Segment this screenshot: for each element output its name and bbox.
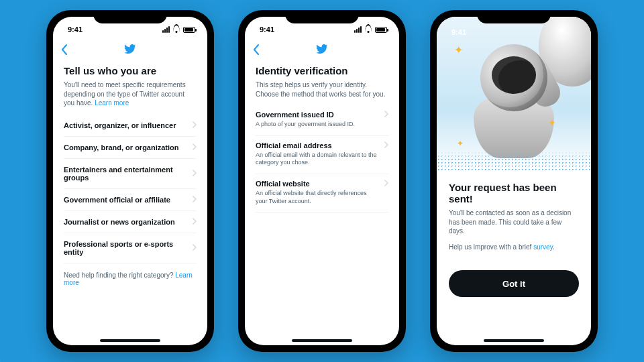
content-area: Identity verification This step helps us… [245,61,399,345]
helper-text: Need help finding the right category? Le… [64,263,197,294]
page-title: Tell us who you are [64,65,197,76]
back-button[interactable] [253,44,260,57]
category-label: Government official or affiliate [64,196,187,204]
notch [477,10,551,23]
category-label: Journalist or news organization [64,218,187,226]
option-label: Official email address [256,141,379,149]
back-button[interactable] [61,44,68,57]
page-title: Identity verification [256,65,388,76]
screen-3: 9:41 ✦ ✦ ✦ Your request has been sent! [437,17,591,345]
chevron-right-icon [193,196,197,204]
battery-icon [183,27,195,33]
chevron-right-icon [193,121,197,129]
status-time: 9:41 [68,25,83,34]
page-title: Your request has been sent! [449,182,579,204]
chevron-right-icon [193,244,197,252]
screen-2: 9:41 Identity verification This step hel… [245,17,399,345]
chevron-right-icon [384,111,388,119]
category-label: Activist, organizer, or influencer [64,121,187,129]
verification-option[interactable]: Government issued ID A photo of your gov… [256,105,388,136]
category-label: Professional sports or e-sports entity [64,240,187,256]
got-it-button[interactable]: Got it [449,270,579,297]
survey-prompt: Help us improve with a brief survey. [449,243,579,252]
page-subtitle: You'll need to meet specific requirement… [64,80,197,108]
chevron-right-icon [384,180,388,188]
status-time: 9:41 [451,28,466,36]
option-description: An official website that directly refere… [256,190,388,205]
content-area: Your request has been sent! You'll be co… [437,172,591,258]
signal-icon [354,26,362,33]
page-subtitle: This step helps us verify your identity.… [256,80,388,99]
twitter-logo-icon [316,43,328,58]
option-description: An official email with a domain relevant… [256,152,388,167]
category-label: Company, brand, or organization [64,143,187,152]
phone-frame-2: 9:41 Identity verification This step hel… [238,10,406,352]
status-time: 9:41 [260,25,274,34]
sparkle-icon: ✦ [454,44,463,56]
chevron-right-icon [384,141,388,149]
astronaut-graphic [464,38,564,158]
chevron-right-icon [193,143,197,152]
home-indicator [292,339,352,342]
wifi-icon [172,27,180,33]
phone-frame-3: 9:41 ✦ ✦ ✦ Your request has been sent! [430,10,598,352]
category-row[interactable]: Activist, organizer, or influencer [64,115,197,137]
option-label: Official website [256,180,379,188]
screen-1: 9:41 Tell us who you are You'll need to … [53,17,207,345]
wifi-icon [364,27,372,33]
survey-link[interactable]: survey [533,243,553,251]
nav-bar [53,40,207,61]
option-label: Government issued ID [256,111,379,119]
category-row[interactable]: Journalist or news organization [64,211,197,233]
phone-frame-1: 9:41 Tell us who you are You'll need to … [46,10,214,352]
twitter-logo-icon [124,43,136,58]
hero-illustration: 9:41 ✦ ✦ ✦ [437,17,591,172]
option-description: A photo of your goverment issued ID. [256,121,388,129]
home-indicator [100,339,160,342]
home-indicator [484,339,544,342]
category-label: Entertainers and entertainment groups [64,166,187,182]
nav-bar [245,40,399,61]
signal-icon [162,26,170,33]
status-icons [162,26,195,33]
battery-icon [375,27,387,33]
verification-option[interactable]: Official email address An official email… [256,136,388,174]
notch [93,10,167,23]
category-row[interactable]: Company, brand, or organization [64,137,197,159]
content-area: Tell us who you are You'll need to meet … [53,61,207,345]
chevron-right-icon [193,170,197,178]
sparkle-icon: ✦ [548,117,556,128]
chevron-right-icon [193,218,197,226]
page-subtitle: You'll be contacted as soon as a decisio… [449,208,579,236]
halftone-strip [437,151,591,172]
notch [285,10,359,23]
verification-option[interactable]: Official website An official website tha… [256,174,388,213]
sparkle-icon: ✦ [457,139,464,148]
learn-more-link[interactable]: Learn more [95,99,129,107]
category-row[interactable]: Professional sports or e-sports entity [64,233,197,263]
status-icons [354,26,387,33]
category-row[interactable]: Government official or affiliate [64,189,197,211]
category-row[interactable]: Entertainers and entertainment groups [64,159,197,189]
